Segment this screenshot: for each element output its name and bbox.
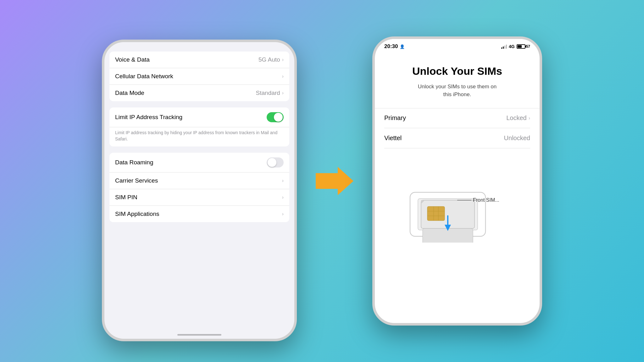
data-roaming-row[interactable]: Data Roaming [109,153,289,173]
data-mode-label: Data Mode [115,90,144,96]
left-phone: Voice & Data 5G Auto › Cellular Data Net… [102,40,297,341]
sim-viettel-status: Unlocked [504,134,530,142]
toggle-knob [274,113,283,122]
battery-tip [525,46,526,47]
svg-rect-3 [427,206,445,221]
limit-ip-label: Limit IP Address Tracking [115,114,182,121]
sim-primary-chevron: › [529,115,530,121]
carrier-services-chevron: › [282,178,284,184]
sim-diagram: Front SIM... [384,148,530,323]
status-icons: 4G 57 [501,44,530,49]
sim-diagram-svg: Front SIM... [385,155,530,243]
right-phone: 20:30 👤 4G [372,36,542,326]
carrier-services-value: › [282,178,284,184]
data-roaming-label: Data Roaming [115,159,153,166]
signal-bar-1 [501,47,502,49]
battery-percentage: 57 [526,44,530,49]
unlock-screen: 20:30 👤 4G [375,39,540,323]
signal-bars [501,44,507,49]
sim-applications-chevron: › [282,211,284,217]
sim-primary-name: Primary [384,114,406,122]
limit-ip-row[interactable]: Limit IP Address Tracking [109,107,289,127]
signal-bar-4 [506,45,507,49]
signal-bar-3 [504,46,505,49]
carrier-services-row[interactable]: Carrier Services › [109,173,289,189]
settings-screen: Voice & Data 5G Auto › Cellular Data Net… [104,42,294,339]
unlock-content: Unlock Your SIMs Unlock your SIMs to use… [375,52,540,323]
unlock-subtitle: Unlock your SIMs to use them onthis iPho… [384,83,530,99]
sim-applications-value: › [282,211,284,217]
battery-icon [517,44,525,49]
sim-applications-label: SIM Applications [115,211,159,217]
sim-pin-label: SIM PIN [115,194,137,201]
carrier-services-label: Carrier Services [115,177,158,184]
sim-primary-status: Locked › [506,114,530,122]
battery-fill [518,45,522,48]
sim-primary-row[interactable]: Primary Locked › [384,108,530,128]
settings-group-1: Voice & Data 5G Auto › Cellular Data Net… [109,52,289,101]
status-bar: 20:30 👤 4G [375,39,540,52]
voice-data-label: Voice & Data [115,56,150,63]
sim-viettel-name: Viettel [384,134,402,142]
settings-group-2: Limit IP Address Tracking Limit IP addre… [109,107,289,146]
sim-viettel-row[interactable]: Viettel Unlocked [384,128,530,148]
voice-data-value: 5G Auto › [258,56,284,63]
person-icon: 👤 [400,44,405,49]
data-mode-value: Standard › [256,90,284,96]
direction-arrow [316,167,353,195]
status-time: 20:30 [384,43,398,50]
sim-applications-row[interactable]: SIM Applications › [109,206,289,222]
data-mode-chevron: › [282,90,284,96]
scene: Voice & Data 5G Auto › Cellular Data Net… [0,0,644,362]
home-indicator [177,334,221,336]
settings-group-3: Data Roaming Carrier Services › SIM PIN … [109,153,289,222]
voice-data-row[interactable]: Voice & Data 5G Auto › [109,52,289,68]
cellular-data-network-chevron: › [282,74,284,79]
cellular-data-network-row[interactable]: Cellular Data Network › [109,68,289,85]
battery-container: 57 [517,44,530,49]
limit-ip-toggle[interactable] [267,112,284,122]
voice-data-chevron: › [282,57,284,63]
sim-pin-chevron: › [282,195,284,200]
data-roaming-toggle-knob [268,158,276,167]
arrow-container [316,167,353,195]
cellular-data-network-value: › [282,74,284,79]
data-roaming-toggle[interactable] [267,157,284,167]
unlock-title: Unlock Your SIMs [384,65,530,78]
front-sim-text: Front SIM... [473,197,499,203]
data-mode-row[interactable]: Data Mode Standard › [109,85,289,101]
arrow-shape [316,167,353,195]
cellular-data-network-label: Cellular Data Network [115,73,173,80]
sim-pin-value: › [282,195,284,200]
limit-ip-hint: Limit IP address tracking by hiding your… [109,127,289,146]
network-badge: 4G [509,44,515,49]
signal-bar-2 [503,47,504,49]
sim-pin-row[interactable]: SIM PIN › [109,189,289,206]
